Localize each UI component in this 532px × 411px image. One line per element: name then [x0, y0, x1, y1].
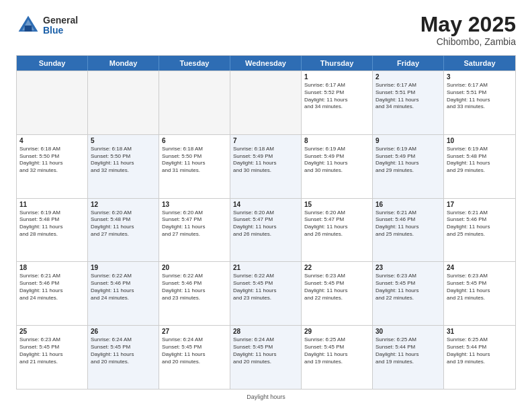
day-info: Sunrise: 6:23 AM Sunset: 5:45 PM Dayligh…	[375, 273, 441, 302]
day-cell-10: 10Sunrise: 6:19 AM Sunset: 5:48 PM Dayli…	[444, 135, 515, 198]
day-cell-28: 28Sunrise: 6:24 AM Sunset: 5:45 PM Dayli…	[230, 326, 302, 389]
day-info: Sunrise: 6:22 AM Sunset: 5:45 PM Dayligh…	[233, 273, 298, 302]
day-info: Sunrise: 6:22 AM Sunset: 5:46 PM Dayligh…	[162, 273, 227, 302]
day-number: 17	[447, 201, 513, 208]
day-info: Sunrise: 6:23 AM Sunset: 5:45 PM Dayligh…	[19, 336, 85, 365]
day-number: 27	[162, 328, 227, 335]
logo-blue: Blue	[43, 26, 78, 36]
calendar-body: 1Sunrise: 6:17 AM Sunset: 5:52 PM Daylig…	[17, 71, 515, 389]
day-cell-21: 21Sunrise: 6:22 AM Sunset: 5:45 PM Dayli…	[230, 262, 302, 325]
day-info: Sunrise: 6:20 AM Sunset: 5:47 PM Dayligh…	[162, 210, 227, 238]
header-day-friday: Friday	[373, 56, 444, 71]
day-number: 16	[375, 201, 441, 208]
day-cell-27: 27Sunrise: 6:24 AM Sunset: 5:45 PM Dayli…	[159, 326, 230, 389]
day-info: Sunrise: 6:18 AM Sunset: 5:50 PM Dayligh…	[91, 146, 156, 175]
empty-cell	[159, 71, 230, 134]
empty-cell	[88, 71, 159, 134]
day-cell-18: 18Sunrise: 6:21 AM Sunset: 5:46 PM Dayli…	[17, 262, 88, 325]
day-number: 5	[91, 137, 156, 144]
calendar-header: SundayMondayTuesdayWednesdayThursdayFrid…	[17, 56, 515, 71]
day-number: 31	[447, 328, 513, 335]
footer-note: Daylight hours	[16, 394, 516, 400]
day-number: 29	[304, 328, 369, 335]
day-cell-24: 24Sunrise: 6:23 AM Sunset: 5:45 PM Dayli…	[444, 262, 515, 325]
day-info: Sunrise: 6:25 AM Sunset: 5:44 PM Dayligh…	[447, 336, 513, 365]
day-number: 13	[162, 201, 227, 208]
day-number: 20	[162, 264, 227, 271]
day-info: Sunrise: 6:19 AM Sunset: 5:49 PM Dayligh…	[375, 146, 441, 175]
day-info: Sunrise: 6:23 AM Sunset: 5:45 PM Dayligh…	[304, 273, 369, 302]
day-number: 1	[304, 73, 369, 81]
day-cell-19: 19Sunrise: 6:22 AM Sunset: 5:46 PM Dayli…	[88, 262, 159, 325]
logo-general: General	[43, 15, 78, 26]
day-number: 25	[19, 328, 85, 335]
day-info: Sunrise: 6:21 AM Sunset: 5:46 PM Dayligh…	[447, 210, 513, 238]
day-cell-7: 7Sunrise: 6:18 AM Sunset: 5:49 PM Daylig…	[230, 135, 302, 198]
day-cell-2: 2Sunrise: 6:17 AM Sunset: 5:51 PM Daylig…	[373, 71, 444, 134]
logo: General Blue	[16, 13, 78, 38]
day-info: Sunrise: 6:17 AM Sunset: 5:51 PM Dayligh…	[447, 82, 513, 111]
day-info: Sunrise: 6:20 AM Sunset: 5:48 PM Dayligh…	[91, 210, 156, 238]
day-info: Sunrise: 6:19 AM Sunset: 5:48 PM Dayligh…	[447, 146, 513, 175]
day-number: 3	[447, 73, 513, 81]
header-day-saturday: Saturday	[444, 56, 515, 71]
day-info: Sunrise: 6:21 AM Sunset: 5:46 PM Dayligh…	[375, 210, 441, 238]
day-cell-5: 5Sunrise: 6:18 AM Sunset: 5:50 PM Daylig…	[88, 135, 159, 198]
day-cell-31: 31Sunrise: 6:25 AM Sunset: 5:44 PM Dayli…	[444, 326, 515, 389]
day-cell-23: 23Sunrise: 6:23 AM Sunset: 5:45 PM Dayli…	[373, 262, 444, 325]
day-cell-20: 20Sunrise: 6:22 AM Sunset: 5:46 PM Dayli…	[159, 262, 230, 325]
day-info: Sunrise: 6:20 AM Sunset: 5:47 PM Dayligh…	[304, 210, 369, 238]
calendar: SundayMondayTuesdayWednesdayThursdayFrid…	[16, 55, 516, 390]
header-day-monday: Monday	[88, 56, 159, 71]
title-block: May 2025 Chibombo, Zambia	[420, 13, 516, 47]
day-number: 8	[304, 137, 369, 144]
day-number: 14	[233, 201, 298, 208]
day-number: 12	[91, 201, 156, 208]
day-info: Sunrise: 6:23 AM Sunset: 5:45 PM Dayligh…	[447, 273, 513, 302]
day-number: 18	[19, 264, 85, 271]
day-number: 19	[91, 264, 156, 271]
day-number: 26	[91, 328, 156, 335]
day-cell-29: 29Sunrise: 6:25 AM Sunset: 5:45 PM Dayli…	[302, 326, 373, 389]
location: Chibombo, Zambia	[420, 36, 516, 47]
header-day-wednesday: Wednesday	[230, 56, 302, 71]
day-cell-4: 4Sunrise: 6:18 AM Sunset: 5:50 PM Daylig…	[17, 135, 88, 198]
day-number: 10	[447, 137, 513, 144]
week-row-3: 11Sunrise: 6:19 AM Sunset: 5:48 PM Dayli…	[17, 198, 515, 262]
day-number: 23	[375, 264, 441, 271]
header-day-tuesday: Tuesday	[159, 56, 230, 71]
day-number: 4	[19, 137, 85, 144]
month-year: May 2025	[420, 13, 516, 35]
day-number: 9	[375, 137, 441, 144]
day-cell-9: 9Sunrise: 6:19 AM Sunset: 5:49 PM Daylig…	[373, 135, 444, 198]
day-number: 11	[19, 201, 85, 208]
day-cell-22: 22Sunrise: 6:23 AM Sunset: 5:45 PM Dayli…	[302, 262, 373, 325]
day-cell-25: 25Sunrise: 6:23 AM Sunset: 5:45 PM Dayli…	[17, 326, 88, 389]
svg-rect-2	[25, 26, 32, 32]
day-info: Sunrise: 6:17 AM Sunset: 5:51 PM Dayligh…	[375, 82, 441, 111]
empty-cell	[230, 71, 302, 134]
day-number: 2	[375, 73, 441, 81]
day-cell-30: 30Sunrise: 6:25 AM Sunset: 5:44 PM Dayli…	[373, 326, 444, 389]
day-cell-6: 6Sunrise: 6:18 AM Sunset: 5:50 PM Daylig…	[159, 135, 230, 198]
day-number: 30	[375, 328, 441, 335]
header: General Blue May 2025 Chibombo, Zambia	[16, 13, 516, 47]
day-cell-12: 12Sunrise: 6:20 AM Sunset: 5:48 PM Dayli…	[88, 199, 159, 262]
day-number: 6	[162, 137, 227, 144]
day-number: 24	[447, 264, 513, 271]
day-cell-11: 11Sunrise: 6:19 AM Sunset: 5:48 PM Dayli…	[17, 199, 88, 262]
logo-text: General Blue	[43, 15, 78, 36]
day-cell-14: 14Sunrise: 6:20 AM Sunset: 5:47 PM Dayli…	[230, 199, 302, 262]
day-info: Sunrise: 6:19 AM Sunset: 5:49 PM Dayligh…	[304, 146, 369, 175]
day-info: Sunrise: 6:22 AM Sunset: 5:46 PM Dayligh…	[91, 273, 156, 302]
day-cell-3: 3Sunrise: 6:17 AM Sunset: 5:51 PM Daylig…	[444, 71, 515, 134]
day-cell-17: 17Sunrise: 6:21 AM Sunset: 5:46 PM Dayli…	[444, 199, 515, 262]
day-info: Sunrise: 6:18 AM Sunset: 5:50 PM Dayligh…	[162, 146, 227, 175]
day-info: Sunrise: 6:24 AM Sunset: 5:45 PM Dayligh…	[91, 336, 156, 365]
day-cell-13: 13Sunrise: 6:20 AM Sunset: 5:47 PM Dayli…	[159, 199, 230, 262]
day-cell-8: 8Sunrise: 6:19 AM Sunset: 5:49 PM Daylig…	[302, 135, 373, 198]
page: General Blue May 2025 Chibombo, Zambia S…	[0, 0, 532, 411]
day-number: 7	[233, 137, 298, 144]
day-cell-16: 16Sunrise: 6:21 AM Sunset: 5:46 PM Dayli…	[373, 199, 444, 262]
day-number: 28	[233, 328, 298, 335]
